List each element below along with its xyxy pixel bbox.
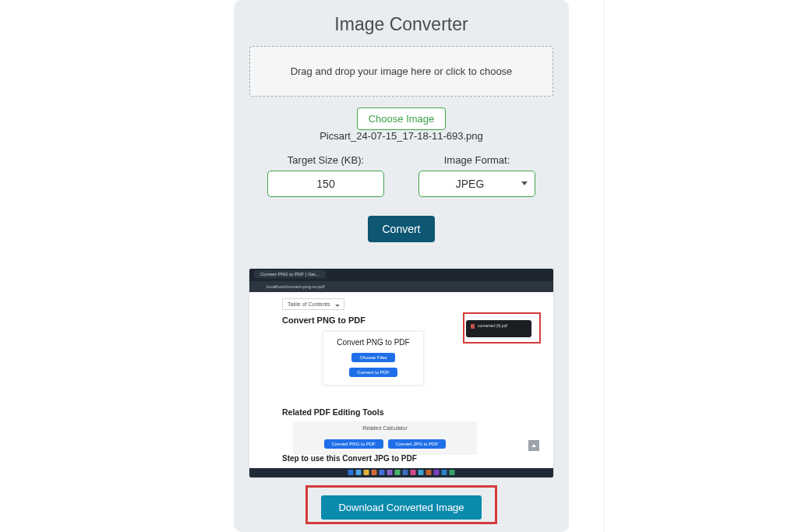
converter-card: Image Converter Drag and drop your image…	[234, 0, 569, 532]
preview-toc-dropdown: Table of Contents	[282, 298, 344, 310]
preview-body: Table of Contents Convert PNG to PDF Con…	[249, 292, 553, 468]
preview-download-toast: converted (4).pdf	[466, 320, 531, 337]
preview-heading-3: Step to use this Convert JPG to PDF	[282, 454, 417, 463]
taskbar-icon	[434, 470, 440, 475]
dropzone[interactable]: Drag and drop your image here or click t…	[249, 46, 553, 97]
selected-filename: Picsart_24-07-15_17-18-11-693.png	[243, 130, 560, 142]
preview-browser-tab: Convert PNG to PDF | Get...	[254, 270, 326, 278]
scroll-top-icon	[528, 440, 539, 451]
choose-image-button[interactable]: Choose Image	[357, 107, 447, 130]
preview-titlebar: Convert PNG to PDF | Get...	[249, 269, 553, 281]
preview-taskbar	[249, 468, 553, 477]
page-title: Image Converter	[243, 14, 560, 35]
preview-heading-2: Related PDF Editing Tools	[282, 407, 383, 417]
preview-urlbar: localhost/convert-png-to-pdf	[249, 281, 553, 292]
download-converted-button[interactable]: Download Converted Image	[321, 495, 482, 520]
controls-row: Target Size (KB): Image Format: JPEG	[243, 154, 560, 197]
taskbar-icon	[418, 470, 424, 475]
preview-download-highlight: converted (4).pdf	[463, 312, 541, 344]
taskbar-icon	[411, 470, 416, 475]
format-group: Image Format: JPEG	[418, 154, 535, 197]
preview-related-btn-2: Convert JPG to PDF	[388, 439, 447, 449]
taskbar-icon	[380, 470, 385, 475]
format-select[interactable]: JPEG	[418, 171, 535, 197]
target-size-input[interactable]	[267, 171, 384, 197]
target-size-label: Target Size (KB):	[288, 154, 364, 166]
taskbar-icon	[356, 470, 362, 475]
result-preview: Convert PNG to PDF | Get... localhost/co…	[249, 269, 553, 477]
taskbar-icon	[403, 470, 408, 475]
taskbar-icon	[426, 470, 432, 475]
taskbar-icon	[442, 470, 447, 475]
preview-card-title: Convert PNG to PDF	[330, 338, 417, 347]
convert-button[interactable]: Convert	[368, 216, 434, 242]
taskbar-icon	[348, 470, 354, 475]
preview-related-btn-1: Convert PNG to PDF	[324, 439, 383, 449]
taskbar-icon	[387, 470, 393, 475]
format-label: Image Format:	[444, 154, 510, 166]
preview-url: localhost/convert-png-to-pdf	[267, 284, 324, 289]
taskbar-icon	[364, 470, 369, 475]
taskbar-icon	[372, 470, 377, 475]
preview-related-label: Related Calculator	[298, 425, 472, 431]
preview-choose-files-button: Choose Files	[351, 353, 394, 362]
preview-heading-1: Convert PNG to PDF	[282, 315, 365, 325]
preview-inner-card: Convert PNG to PDF Choose Files Convert …	[323, 331, 424, 386]
preview-related-box: Related Calculator Convert PNG to PDF Co…	[293, 421, 477, 455]
preview-convert-pdf-button: Convert to PDF	[349, 368, 397, 377]
taskbar-icon	[450, 470, 455, 475]
target-size-group: Target Size (KB):	[267, 154, 384, 197]
pdf-icon	[471, 324, 475, 329]
taskbar-icon	[395, 470, 401, 475]
dropzone-text: Drag and drop your image here or click t…	[291, 65, 513, 77]
